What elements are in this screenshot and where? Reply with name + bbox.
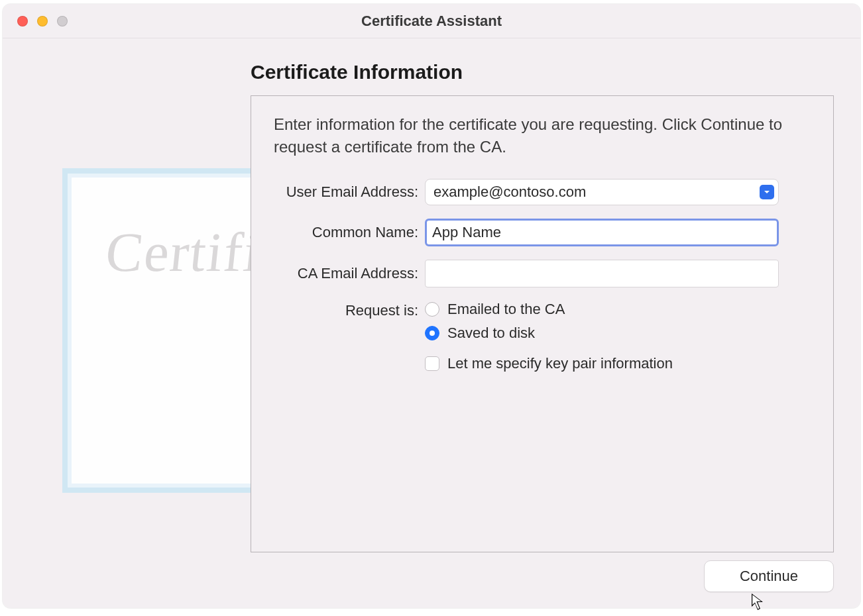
chevron-down-icon[interactable] (760, 185, 774, 199)
label-ca-email: CA Email Address: (274, 265, 425, 282)
window-title: Certificate Assistant (3, 13, 860, 30)
traffic-lights (17, 16, 68, 26)
mouse-cursor-icon (751, 593, 764, 611)
ca-email-input[interactable] (425, 260, 779, 287)
radio-icon (425, 302, 439, 317)
common-name-input[interactable] (425, 219, 779, 246)
zoom-window-button[interactable] (57, 16, 68, 26)
panel-intro: Enter information for the certificate yo… (274, 113, 797, 158)
footer: Continue (704, 560, 834, 592)
checkbox-key-pair-info[interactable]: Let me specify key pair information (425, 355, 779, 372)
label-common-name: Common Name: (274, 224, 425, 241)
row-request-is: Request is: Emailed to the CA Saved to d… (274, 301, 811, 342)
row-ca-email: CA Email Address: (274, 260, 811, 287)
row-user-email: User Email Address: example@contoso.com (274, 179, 811, 205)
user-email-combo[interactable]: example@contoso.com (425, 179, 779, 205)
row-common-name: Common Name: (274, 219, 811, 246)
app-window: Certificate Assistant Certificate (3, 4, 860, 608)
form-panel: Enter information for the certificate yo… (251, 95, 834, 552)
content-area: Certificate Certificat (3, 38, 860, 608)
label-user-email: User Email Address: (274, 183, 425, 201)
label-request-is: Request is: (274, 301, 425, 319)
minimize-window-button[interactable] (37, 16, 48, 26)
radio-emailed-to-ca[interactable]: Emailed to the CA (425, 301, 779, 318)
page-heading: Certificate Information (251, 61, 834, 83)
checkbox-icon (425, 356, 439, 371)
user-email-value: example@contoso.com (433, 183, 760, 201)
radio-saved-to-disk[interactable]: Saved to disk (425, 325, 779, 342)
radio-label: Saved to disk (447, 325, 535, 342)
radio-icon (425, 326, 439, 340)
close-window-button[interactable] (17, 16, 28, 26)
titlebar: Certificate Assistant (3, 4, 860, 38)
continue-button[interactable]: Continue (704, 560, 834, 592)
radio-label: Emailed to the CA (447, 301, 565, 318)
row-key-pair: Let me specify key pair information (274, 355, 811, 372)
checkbox-label: Let me specify key pair information (447, 355, 673, 372)
